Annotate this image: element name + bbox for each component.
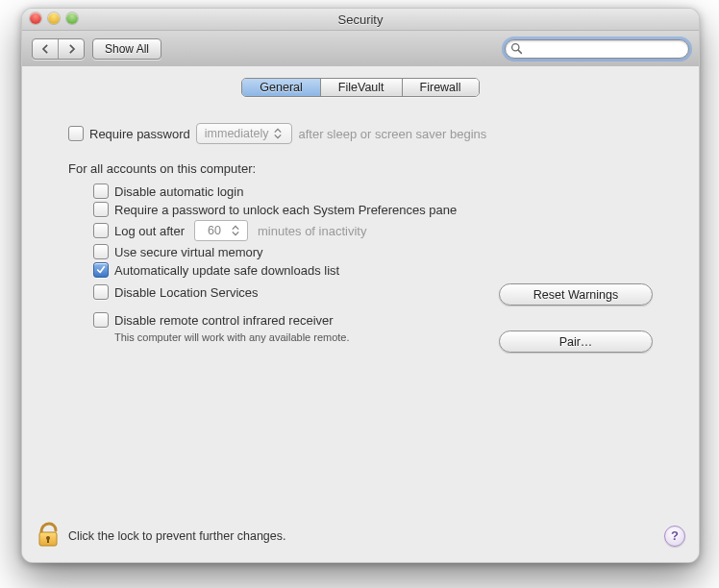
logout-prefix-label: Log out after xyxy=(114,224,185,238)
require-password-label: Require password xyxy=(89,127,190,141)
tab-firewall[interactable]: Firewall xyxy=(402,79,479,96)
auto-safe-downloads-checkbox[interactable] xyxy=(93,262,109,278)
ir-hint-text: This computer will work with any availab… xyxy=(93,331,364,344)
disable-auto-login-label: Disable automatic login xyxy=(114,184,243,199)
require-password-checkbox[interactable] xyxy=(68,126,84,141)
back-button[interactable] xyxy=(33,39,58,59)
close-button[interactable] xyxy=(30,12,41,24)
require-pw-prefs-label: Require a password to unlock each System… xyxy=(114,203,457,217)
tab-filevault[interactable]: FileVault xyxy=(320,79,402,96)
require-password-delay-select[interactable]: immediately xyxy=(196,123,293,144)
content-area: General FileVault Firewall Require passw… xyxy=(22,66,699,562)
logout-minutes-input[interactable] xyxy=(201,223,228,238)
disable-auto-login-checkbox[interactable] xyxy=(93,184,109,199)
window-title: Security xyxy=(338,12,384,27)
lock-icon[interactable] xyxy=(36,521,61,551)
window: Security Show All xyxy=(21,8,700,563)
accounts-section-header: For all accounts on this computer: xyxy=(68,161,653,176)
forward-button[interactable] xyxy=(58,39,84,59)
chevron-left-icon xyxy=(41,44,50,54)
toolbar: Show All xyxy=(22,31,699,68)
require-password-suffix: after sleep or screen saver begins xyxy=(298,127,486,141)
tab-bar: General FileVault Firewall xyxy=(241,78,479,97)
search-input[interactable] xyxy=(505,39,689,59)
secure-vm-checkbox[interactable] xyxy=(93,244,109,259)
svg-rect-4 xyxy=(47,538,49,543)
logout-suffix-label: minutes of inactivity xyxy=(258,224,366,238)
disable-ir-checkbox[interactable] xyxy=(93,312,109,328)
minimize-button[interactable] xyxy=(48,12,60,24)
logout-minutes-field[interactable] xyxy=(194,220,248,241)
logout-after-checkbox[interactable] xyxy=(93,223,109,238)
titlebar: Security xyxy=(22,9,699,31)
disable-location-checkbox[interactable] xyxy=(93,284,109,300)
lock-hint-text: Click the lock to prevent further change… xyxy=(68,529,286,543)
tab-general[interactable]: General xyxy=(242,79,319,96)
pair-button[interactable]: Pair… xyxy=(499,331,653,353)
show-all-button[interactable]: Show All xyxy=(92,38,161,60)
help-button[interactable]: ? xyxy=(664,526,685,547)
check-icon xyxy=(96,265,106,275)
auto-safe-downloads-label: Automatically update safe downloads list xyxy=(114,263,339,278)
search-icon xyxy=(510,42,523,55)
zoom-button[interactable] xyxy=(66,12,78,24)
chevron-down-icon xyxy=(274,134,282,139)
chevron-down-icon[interactable] xyxy=(232,231,239,236)
chevron-right-icon xyxy=(67,44,76,54)
require-pw-prefs-checkbox[interactable] xyxy=(93,202,109,217)
disable-location-label: Disable Location Services xyxy=(114,285,259,300)
reset-warnings-button[interactable]: Reset Warnings xyxy=(499,283,653,306)
disable-ir-label: Disable remote control infrared receiver xyxy=(114,313,334,328)
secure-vm-label: Use secure virtual memory xyxy=(114,245,263,259)
svg-line-1 xyxy=(518,50,521,53)
